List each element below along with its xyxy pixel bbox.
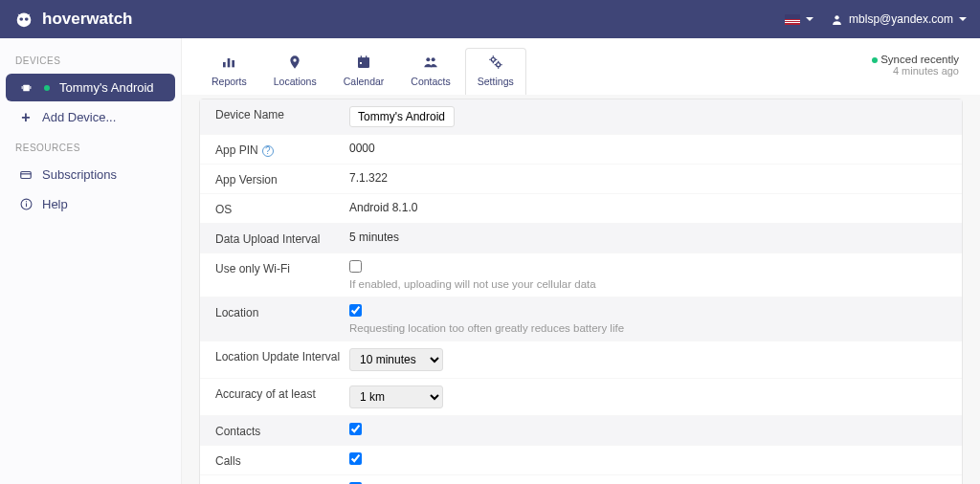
row-loc-interval: Location Update Interval 10 minutes — [200, 341, 962, 379]
subscriptions-label: Subscriptions — [42, 167, 117, 182]
tab-settings[interactable]: Settings — [465, 48, 526, 95]
main-content: Reports Locations Calendar Contacts Sett… — [182, 38, 980, 484]
tab-locations[interactable]: Locations — [261, 48, 329, 95]
svg-point-24 — [496, 63, 500, 67]
svg-rect-7 — [21, 171, 32, 178]
value-os: Android 8.1.0 — [349, 201, 947, 214]
sidebar-devices-label: DEVICES — [0, 54, 181, 72]
value-app-version: 7.1.322 — [349, 171, 947, 185]
row-location: Location Requesting location too often g… — [200, 297, 962, 341]
svg-point-23 — [491, 57, 495, 61]
calendar-icon — [356, 55, 371, 73]
row-upload-interval: Data Upload Interval 5 minutes — [200, 224, 962, 253]
svg-rect-13 — [228, 58, 231, 67]
user-email: mblsp@yandex.com — [849, 12, 953, 26]
svg-rect-19 — [366, 55, 367, 58]
row-contacts: Contacts — [200, 416, 962, 446]
label-app-pin: App PIN — [215, 143, 258, 157]
tab-calendar[interactable]: Calendar — [331, 48, 397, 95]
svg-rect-11 — [25, 201, 26, 202]
value-upload-interval: 5 minutes — [349, 231, 947, 244]
status-dot-icon — [872, 57, 878, 63]
calls-checkbox[interactable] — [349, 452, 362, 465]
contacts-checkbox[interactable] — [349, 423, 362, 435]
svg-rect-12 — [223, 62, 226, 67]
svg-point-22 — [432, 57, 435, 61]
sidebar-resources-label: RESOURCES — [0, 141, 181, 159]
sidebar-subscriptions[interactable]: Subscriptions — [6, 161, 175, 188]
gear-icon — [488, 55, 503, 73]
svg-rect-17 — [358, 57, 369, 60]
tabs: Reports Locations Calendar Contacts Sett… — [182, 38, 980, 95]
tab-contacts[interactable]: Contacts — [398, 48, 462, 95]
label-device-name: Device Name — [215, 106, 349, 121]
svg-rect-6 — [30, 86, 31, 89]
status-line2: 4 minutes ago — [870, 65, 959, 77]
label-upload-interval: Data Upload Interval — [215, 231, 349, 246]
device-name-input[interactable] — [349, 106, 455, 127]
row-call-recording: Call Recording Sound may not be recorded… — [200, 475, 962, 484]
tab-label: Settings — [478, 76, 514, 87]
brand-name: hoverwatch — [42, 10, 132, 29]
row-wifi: Use only Wi-Fi If enabled, uploading wil… — [200, 253, 962, 297]
row-device-name: Device Name — [200, 99, 962, 135]
wifi-checkbox[interactable] — [349, 260, 362, 273]
row-app-pin: App PIN? 0000 — [200, 135, 962, 165]
location-checkbox[interactable] — [349, 304, 362, 317]
label-wifi: Use only Wi-Fi — [215, 260, 349, 275]
hint-wifi: If enabled, uploading will not use your … — [349, 278, 947, 290]
value-app-pin: 0000 — [349, 142, 947, 155]
logo[interactable]: hoverwatch — [13, 9, 132, 30]
row-os: OS Android 8.1.0 — [200, 194, 962, 224]
flag-us-icon — [785, 14, 800, 25]
user-menu[interactable]: mblsp@yandex.com — [831, 12, 967, 26]
svg-rect-5 — [21, 86, 22, 89]
label-loc-interval: Location Update Interval — [215, 348, 349, 363]
info-icon — [19, 198, 33, 211]
svg-point-21 — [426, 57, 430, 61]
card-icon — [19, 168, 33, 182]
help-label: Help — [42, 197, 68, 211]
chevron-down-icon — [806, 17, 813, 21]
device-name: Tommy's Android — [59, 80, 154, 95]
android-icon — [19, 81, 33, 95]
svg-rect-18 — [361, 55, 362, 58]
add-device-label: Add Device... — [42, 110, 116, 124]
svg-point-1 — [19, 17, 23, 21]
sidebar-device-tommy[interactable]: Tommy's Android — [6, 74, 175, 101]
tab-label: Locations — [274, 76, 317, 87]
label-accuracy: Accuracy of at least — [215, 385, 349, 401]
svg-rect-20 — [360, 62, 362, 64]
svg-point-2 — [25, 17, 29, 21]
plus-icon: + — [19, 111, 33, 124]
row-accuracy: Accuracy of at least 1 km — [200, 379, 962, 416]
accuracy-select[interactable]: 1 km — [349, 385, 443, 408]
tab-reports[interactable]: Reports — [199, 48, 259, 95]
pin-icon — [287, 55, 302, 73]
sidebar-help[interactable]: Help — [6, 190, 175, 218]
sidebar-add-device[interactable]: + Add Device... — [6, 103, 175, 131]
help-icon[interactable]: ? — [262, 145, 274, 157]
topbar: hoverwatch mblsp@yandex.com — [0, 0, 980, 38]
tab-label: Contacts — [411, 76, 450, 87]
svg-point-3 — [835, 15, 838, 19]
chevron-down-icon — [959, 17, 967, 21]
status-dot-icon — [44, 85, 50, 91]
settings-panel: Device Name App PIN? 0000 App Version 7.… — [199, 99, 963, 484]
loc-interval-select[interactable]: 10 minutes — [349, 348, 443, 371]
people-icon — [423, 55, 438, 73]
status-line1: Synced recently — [880, 54, 959, 65]
svg-point-15 — [294, 58, 297, 61]
label-contacts: Contacts — [215, 423, 349, 438]
label-location: Location — [215, 304, 349, 319]
svg-rect-10 — [25, 203, 26, 207]
chart-icon — [221, 55, 236, 73]
svg-rect-4 — [23, 85, 30, 92]
row-calls: Calls — [200, 446, 962, 475]
language-selector[interactable] — [785, 14, 813, 25]
sidebar: DEVICES Tommy's Android + Add Device... … — [0, 38, 182, 484]
row-app-version: App Version 7.1.322 — [200, 165, 962, 194]
user-icon — [831, 13, 843, 26]
label-os: OS — [215, 201, 349, 216]
sync-status: Synced recently 4 minutes ago — [866, 48, 963, 82]
